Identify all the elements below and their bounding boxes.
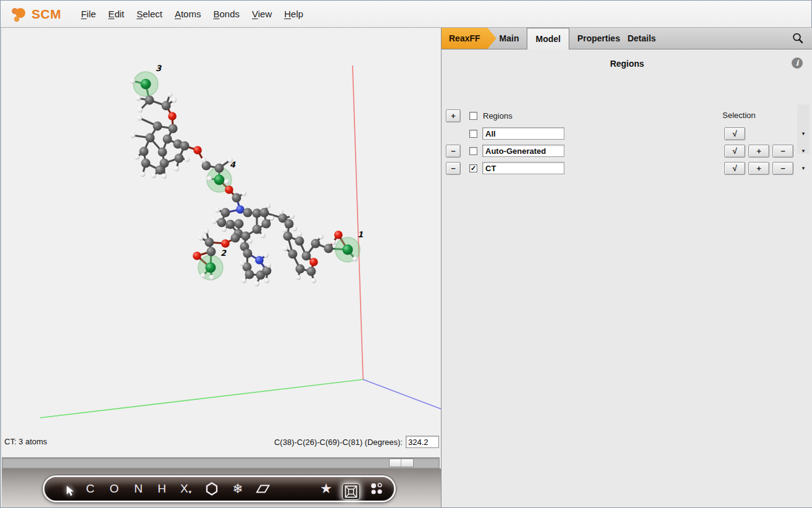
- region-dropdown-all[interactable]: ▼: [797, 131, 810, 137]
- menu-item-select[interactable]: Select: [130, 6, 169, 22]
- ring-tool[interactable]: [204, 477, 220, 501]
- info-icon[interactable]: i: [792, 57, 803, 69]
- region-checkbox-ct[interactable]: ✓: [469, 164, 477, 172]
- element-x-label: X: [180, 482, 188, 496]
- box-frame-icon: [345, 485, 358, 498]
- scm-logo: SCM: [9, 5, 61, 23]
- pointer-icon: [65, 485, 75, 497]
- region-dropdown-auto[interactable]: ▼: [797, 148, 810, 154]
- region-count-label: CT: 3 atoms: [4, 437, 47, 446]
- star-tool[interactable]: ★: [318, 477, 334, 501]
- selection-header: Selection: [722, 111, 755, 120]
- status-bar: CT: 3 atoms C(38)-C(26)-C(69)-C(81) (Deg…: [2, 433, 441, 449]
- menu-bar: SCM File Edit Select Atoms Bonds View He…: [1, 1, 811, 28]
- left-area: 3421 CT: 3 atoms C(38)-C(26)-C(69)-C(81)…: [1, 28, 441, 507]
- regions-checkbox[interactable]: [469, 112, 477, 120]
- region-checkbox-all[interactable]: [469, 130, 477, 138]
- remove-region-button-auto[interactable]: −: [446, 145, 461, 158]
- region-row-ct: − ✓ √ + − ▼: [442, 162, 812, 176]
- menu-item-help[interactable]: Help: [278, 6, 309, 22]
- box-view-selected-highlight: [342, 483, 360, 500]
- region-name-field-all[interactable]: [482, 127, 564, 140]
- add-to-selection-button-auto[interactable]: +: [748, 145, 769, 158]
- scrollbar-thumb[interactable]: [389, 459, 414, 467]
- region-checkbox-auto[interactable]: [469, 147, 477, 155]
- hydrogen-tool[interactable]: H: [154, 477, 169, 501]
- tab-main[interactable]: Main: [492, 28, 527, 49]
- regions-tree-label: Regions: [483, 111, 513, 121]
- regions-panel: Regions i + Regions Selection √ ▼: [442, 49, 812, 507]
- region-name-field-auto[interactable]: [482, 145, 564, 157]
- add-region-button[interactable]: +: [446, 109, 461, 122]
- dots-view-tool[interactable]: [368, 477, 385, 501]
- region-row-auto-generated: − √ + − ▼: [442, 145, 812, 158]
- menu-item-bonds[interactable]: Bonds: [207, 6, 246, 22]
- regions-header-row: + Regions Selection: [442, 109, 812, 123]
- tab-model[interactable]: Model: [527, 28, 569, 49]
- remove-from-selection-button-auto[interactable]: −: [772, 145, 793, 158]
- dihedral-input[interactable]: [406, 436, 439, 448]
- scm-logo-icon: [9, 5, 30, 23]
- oxygen-tool[interactable]: O: [107, 477, 122, 501]
- element-x-tool[interactable]: X ▾: [175, 477, 196, 501]
- select-region-button-all[interactable]: √: [724, 127, 745, 140]
- horizontal-scrollbar[interactable]: [2, 457, 440, 468]
- tab-details[interactable]: Details: [624, 28, 664, 49]
- carbon-tool[interactable]: C: [83, 477, 98, 501]
- menu-item-edit[interactable]: Edit: [102, 6, 130, 22]
- application-window: SCM File Edit Select Atoms Bonds View He…: [0, 0, 812, 508]
- add-to-selection-button-ct[interactable]: +: [748, 162, 769, 175]
- plane-tool[interactable]: [254, 477, 272, 501]
- molecule-viewport[interactable]: 3421: [2, 28, 441, 457]
- snowflake-icon: ❄: [232, 481, 243, 496]
- atom-dots-icon: [370, 482, 383, 496]
- menu-item-view[interactable]: View: [246, 6, 278, 22]
- parallelogram-icon: [256, 484, 270, 494]
- right-panel: ReaxFF Main Model Properties Details Reg…: [441, 28, 812, 507]
- menu-item-file[interactable]: File: [75, 6, 102, 22]
- svg-text:1: 1: [358, 230, 363, 239]
- dihedral-label: C(38)-C(26)-C(69)-C(81) (Degrees):: [274, 438, 403, 447]
- tab-reaxff[interactable]: ReaxFF: [442, 28, 496, 49]
- menu-item-atoms[interactable]: Atoms: [169, 6, 207, 22]
- scm-logo-text: SCM: [31, 7, 61, 22]
- pointer-tool[interactable]: [63, 479, 77, 502]
- select-region-button-ct[interactable]: √: [724, 162, 745, 175]
- bottom-toolbar-area: C O N H X ▾ ❄: [2, 468, 441, 507]
- nitrogen-tool[interactable]: N: [131, 477, 146, 501]
- region-name-field-ct[interactable]: [482, 162, 564, 174]
- snowflake-tool[interactable]: ❄: [230, 477, 246, 501]
- panel-title: Regions: [442, 59, 812, 69]
- element-dropdown-icon: ▾: [189, 489, 192, 495]
- star-icon: ★: [320, 481, 332, 497]
- box-view-tool[interactable]: [341, 480, 360, 503]
- svg-text:4: 4: [230, 160, 236, 169]
- molecule-svg[interactable]: 3421: [2, 28, 441, 433]
- region-row-all: √ ▼: [442, 127, 812, 141]
- tab-bar: ReaxFF Main Model Properties Details: [442, 28, 812, 49]
- search-button[interactable]: [783, 28, 812, 49]
- svg-text:2: 2: [220, 248, 227, 258]
- svg-text:3: 3: [156, 64, 162, 73]
- select-region-button-auto[interactable]: √: [724, 145, 745, 158]
- remove-from-selection-button-ct[interactable]: −: [772, 162, 793, 175]
- search-icon: [792, 32, 804, 44]
- remove-region-button-ct[interactable]: −: [446, 162, 461, 175]
- tool-pill: C O N H X ▾ ❄: [43, 475, 396, 502]
- tab-properties[interactable]: Properties: [569, 28, 624, 49]
- region-dropdown-ct[interactable]: ▼: [797, 166, 810, 171]
- hexagon-ring-icon: [206, 482, 218, 496]
